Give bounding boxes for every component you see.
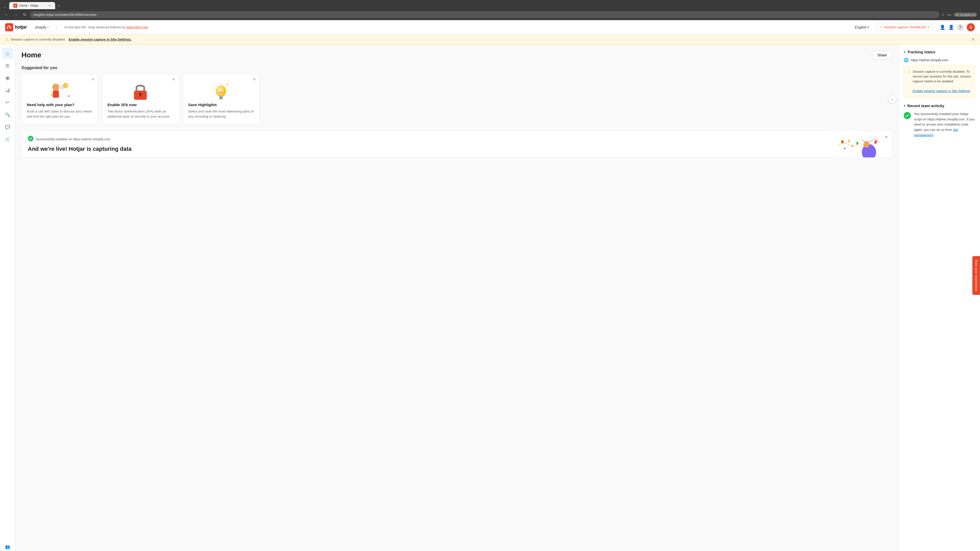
feedback-icon: ↩: [5, 99, 10, 105]
help-icon[interactable]: ?: [957, 24, 964, 30]
page-header: Home Share: [21, 51, 892, 59]
share-button[interactable]: Share: [872, 51, 892, 59]
sidebar-item-users[interactable]: 👥: [2, 541, 13, 551]
sidebar-item-feedback[interactable]: ↩: [2, 97, 13, 108]
logo-text: hotjar: [15, 24, 27, 30]
site-chevron: ▾: [47, 25, 49, 29]
sidebar-item-ecommerce[interactable]: 🛒: [2, 133, 13, 144]
svg-rect-18: [220, 98, 223, 99]
tab-list-chevron[interactable]: ⌄: [2, 3, 8, 10]
bookmark-icon[interactable]: ☆: [941, 12, 945, 17]
site-selector[interactable]: shopify ▾: [33, 24, 51, 30]
session-warning-box: ⚠ Session capture is currently disabled.…: [904, 65, 975, 97]
activity-chevron[interactable]: ▾: [904, 104, 905, 107]
address-bar[interactable]: [30, 11, 939, 18]
svg-point-26: [28, 136, 33, 141]
alert-icon: ⚠: [5, 37, 9, 42]
warning-box-icon: ⚠: [907, 69, 911, 74]
svg-point-25: [213, 87, 213, 89]
card-close-button-2[interactable]: ✕: [172, 78, 175, 81]
sidebar-item-messages[interactable]: 💬: [2, 121, 13, 132]
card-title-3: Save Highlights: [188, 103, 254, 107]
card-image-2: [107, 79, 173, 103]
enable-session-link[interactable]: Enable session capture in Site Settings: [913, 89, 970, 93]
help-plan-illustration: ?: [48, 81, 71, 101]
sidebar-item-analytics[interactable]: 📊: [2, 84, 13, 96]
install-banner: Successfully installed on https://admin.…: [21, 130, 892, 158]
highlights-illustration: [210, 80, 232, 102]
svg-rect-2: [53, 91, 59, 98]
site-name: shopify: [35, 25, 46, 29]
tracking-url-row: 🌐 https://admin.shopify.com: [904, 58, 975, 62]
tab-close-button[interactable]: ✕: [48, 4, 51, 7]
card-desc-3: Select and save the most interesting par…: [188, 109, 254, 119]
svg-rect-16: [219, 96, 223, 97]
card-2fa: ✕ Enable 2FA now Two-factor authenticati…: [102, 74, 179, 124]
warning-box-text: Session capture is currently disabled. T…: [913, 70, 971, 83]
add-user-icon[interactable]: 👤: [940, 24, 945, 30]
install-close-button[interactable]: ✕: [885, 135, 888, 140]
recordings-icon: ◉: [5, 75, 10, 81]
svg-rect-17: [219, 97, 223, 98]
alert-close-button[interactable]: ✕: [972, 37, 975, 42]
sidebar-item-home[interactable]: ⌂: [2, 48, 13, 59]
forward-button[interactable]: →: [12, 11, 19, 19]
install-success-icon: [28, 136, 33, 141]
right-panel: ▾ Tracking status 🌐 https://admin.shopif…: [898, 44, 980, 551]
svg-line-20: [226, 86, 227, 87]
alert-text: Session capture is currently disabled.: [11, 38, 65, 41]
card-title-1: Need help with your plan?: [27, 103, 93, 107]
reload-button[interactable]: ↻: [21, 11, 28, 19]
language-selector[interactable]: English ▾: [855, 25, 869, 29]
logo-icon: [5, 23, 13, 32]
cards-next-button[interactable]: ›: [888, 95, 896, 103]
tracking-title: Tracking status: [907, 50, 935, 54]
svg-point-1: [52, 84, 59, 91]
svg-point-10: [68, 95, 70, 97]
card-image-1: ?: [27, 79, 93, 103]
user-icon[interactable]: 👤: [948, 24, 954, 30]
sidebar-item-dashboard[interactable]: ⊞: [2, 60, 13, 71]
tracking-status-section: ▾ Tracking status 🌐 https://admin.shopif…: [904, 50, 975, 97]
new-tab-button[interactable]: +: [56, 3, 62, 9]
messages-icon: 💬: [5, 124, 10, 129]
lang-label: English: [855, 25, 866, 29]
svg-text:?: ?: [65, 84, 67, 87]
card-image-3: [188, 79, 254, 103]
card-title-2: Enable 2FA now: [107, 103, 173, 107]
activity-text: You successfully installed your Hotjar s…: [914, 111, 975, 138]
2fa-illustration: [130, 81, 151, 101]
incognito-badge: 🕵 Incognito (2): [954, 13, 977, 17]
svg-point-9: [51, 94, 53, 96]
card-desc-2: Two-factor authentication (2FA) adds an …: [107, 109, 173, 119]
card-close-button-3[interactable]: ✕: [253, 78, 256, 81]
session-chevron: ▾: [928, 25, 929, 29]
trial-notice: 14 trial days left - keep advanced featu…: [64, 25, 148, 29]
surveys-icon: 🔍: [5, 112, 10, 117]
activity-item: You successfully installed your Hotjar s…: [904, 111, 975, 138]
sidebar-item-recordings[interactable]: ◉: [2, 72, 13, 83]
subscribing-link[interactable]: subscribing now: [126, 25, 148, 29]
back-button[interactable]: ←: [3, 11, 10, 19]
app-header: hotjar shopify ▾ | 14 trial days left - …: [0, 20, 980, 35]
user-avatar[interactable]: U: [967, 23, 975, 32]
session-capture-toggle[interactable]: ⚠ Session capture: DISABLED ▾: [876, 24, 932, 31]
home-icon: ⌂: [6, 51, 9, 56]
lang-chevron: ▾: [867, 25, 869, 29]
page-title: Home: [21, 51, 41, 59]
svg-rect-6: [60, 89, 64, 89]
rate-experience-button[interactable]: Rate your experience: [972, 256, 980, 295]
card-close-button-1[interactable]: ✕: [92, 78, 95, 81]
sidebar-item-surveys[interactable]: 🔍: [2, 109, 13, 120]
activity-title: Recent team activity: [907, 103, 944, 108]
alert-link[interactable]: Enable session capture in Site Settings.: [68, 38, 131, 41]
analytics-icon: 📊: [5, 88, 10, 93]
tab-favicon: H: [13, 3, 18, 8]
tracking-chevron[interactable]: ▾: [904, 50, 905, 54]
browser-chrome: ⌄ H Home - Hotjar ✕ + ← → ↻ ☆ ▭ 🕵 Incogn…: [0, 0, 980, 20]
install-check-icon: [28, 136, 33, 143]
users-icon: 👥: [5, 545, 10, 549]
sidebar-toggle-icon[interactable]: ▭: [947, 12, 951, 17]
ecommerce-icon: 🛒: [5, 137, 10, 141]
active-browser-tab[interactable]: H Home - Hotjar ✕: [9, 2, 55, 9]
